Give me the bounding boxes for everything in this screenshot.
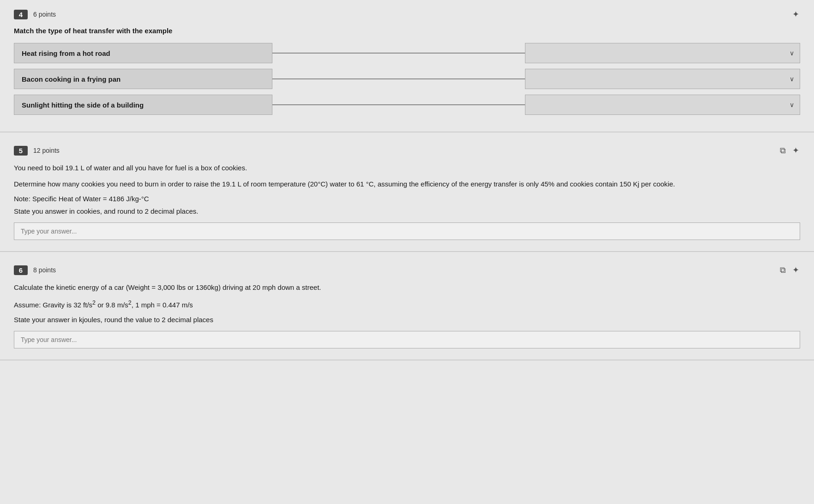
question-4-header-right: ✦ xyxy=(791,8,800,20)
question-6-answer-input[interactable] xyxy=(14,331,800,348)
question-4-instruction: Match the type of heat transfer with the… xyxy=(14,27,800,35)
question-4-header: 4 6 points ✦ xyxy=(14,8,800,20)
question-6-number: 6 xyxy=(14,265,28,275)
question-6-header: 6 8 points ⧉ ✦ xyxy=(14,264,800,276)
question-5-copy-icon[interactable]: ⧉ xyxy=(779,145,787,156)
question-6-paragraph-1: Calculate the kinetic energy of a car (W… xyxy=(14,282,800,293)
question-5-paragraph-1: You need to boil 19.1 L of water and all… xyxy=(14,163,800,174)
matching-connector-2 xyxy=(272,78,525,79)
question-6-points: 8 points xyxy=(33,266,56,274)
matching-connector-1 xyxy=(272,53,525,54)
question-5-answer-input[interactable] xyxy=(14,222,800,240)
matching-dropdown-2[interactable]: ∨ xyxy=(525,69,801,89)
question-5-points: 12 points xyxy=(33,147,60,154)
question-5-paragraph-2: Determine how many cookies you need to b… xyxy=(14,179,800,190)
matching-left-2: Bacon cooking in a frying pan xyxy=(14,69,272,89)
page-container: 4 6 points ✦ Match the type of heat tran… xyxy=(0,0,814,360)
question-5-header: 5 12 points ⧉ ✦ xyxy=(14,144,800,156)
matching-connector-3 xyxy=(272,104,525,105)
question-4-header-left: 4 6 points xyxy=(14,10,56,19)
question-5-star-icon[interactable]: ✦ xyxy=(791,144,800,156)
question-6-state: State your answer in kjoules, round the … xyxy=(14,316,800,324)
question-6-block: 6 8 points ⧉ ✦ Calculate the kinetic ene… xyxy=(0,256,814,360)
matching-row-2: Bacon cooking in a frying pan ∨ xyxy=(14,69,800,89)
chevron-down-icon-2: ∨ xyxy=(790,75,794,83)
question-4-number: 4 xyxy=(14,10,28,19)
matching-dropdown-1[interactable]: ∨ xyxy=(525,43,801,63)
question-5-block: 5 12 points ⧉ ✦ You need to boil 19.1 L … xyxy=(0,136,814,252)
question-4-block: 4 6 points ✦ Match the type of heat tran… xyxy=(0,0,814,132)
question-6-star-icon[interactable]: ✦ xyxy=(791,264,800,276)
question-6-header-left: 6 8 points xyxy=(14,265,56,275)
question-5-header-right: ⧉ ✦ xyxy=(779,144,800,156)
question-6-paragraph-2: Assume: Gravity is 32 ft/s2 or 9.8 m/s2,… xyxy=(14,299,800,311)
question-4-star-icon[interactable]: ✦ xyxy=(791,8,800,20)
question-5-state: State you answer in cookies, and round t… xyxy=(14,207,800,215)
question-6-header-right: ⧉ ✦ xyxy=(779,264,800,276)
matching-left-3: Sunlight hitting the side of a building xyxy=(14,95,272,115)
question-4-points: 6 points xyxy=(33,11,56,18)
question-6-copy-icon[interactable]: ⧉ xyxy=(779,264,787,276)
matching-row-3: Sunlight hitting the side of a building … xyxy=(14,95,800,115)
question-5-note: Note: Specific Heat of Water = 4186 J/kg… xyxy=(14,195,800,203)
matching-row-1: Heat rising from a hot road ∨ xyxy=(14,43,800,63)
chevron-down-icon-1: ∨ xyxy=(790,49,794,57)
matching-dropdown-3[interactable]: ∨ xyxy=(525,95,801,115)
matching-left-1: Heat rising from a hot road xyxy=(14,43,272,63)
chevron-down-icon-3: ∨ xyxy=(790,101,794,108)
question-5-header-left: 5 12 points xyxy=(14,146,60,156)
question-5-number: 5 xyxy=(14,146,28,156)
